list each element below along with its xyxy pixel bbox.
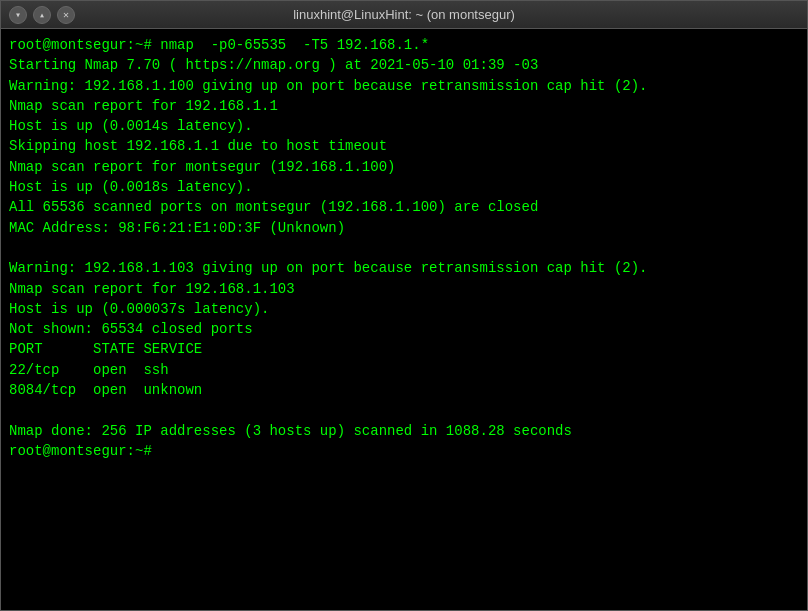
terminal-window: ▾ ▴ ✕ linuxhint@LinuxHint: ~ (on montseg…	[0, 0, 808, 611]
output-line: All 65536 scanned ports on montsegur (19…	[9, 197, 799, 217]
window-controls[interactable]: ▾ ▴ ✕	[9, 6, 75, 24]
output-line: 8084/tcp open unknown	[9, 380, 799, 400]
maximize-button[interactable]: ▴	[33, 6, 51, 24]
output-line: PORT STATE SERVICE	[9, 339, 799, 359]
output-line: Nmap done: 256 IP addresses (3 hosts up)…	[9, 421, 799, 441]
output-line: Host is up (0.0014s latency).	[9, 116, 799, 136]
command-line: root@montsegur:~#	[9, 441, 799, 461]
terminal-body[interactable]: root@montsegur:~# nmap -p0-65535 -T5 192…	[1, 29, 807, 610]
output-line: Nmap scan report for 192.168.1.103	[9, 279, 799, 299]
output-line: Nmap scan report for montsegur (192.168.…	[9, 157, 799, 177]
output-line: Host is up (0.000037s latency).	[9, 299, 799, 319]
output-line: Not shown: 65534 closed ports	[9, 319, 799, 339]
output-line: Warning: 192.168.1.100 giving up on port…	[9, 76, 799, 96]
output-line: Skipping host 192.168.1.1 due to host ti…	[9, 136, 799, 156]
output-line: MAC Address: 98:F6:21:E1:0D:3F (Unknown)	[9, 218, 799, 238]
minimize-button[interactable]: ▾	[9, 6, 27, 24]
blank-line	[9, 400, 799, 420]
window-title: linuxhint@LinuxHint: ~ (on montsegur)	[293, 7, 515, 22]
blank-line	[9, 238, 799, 258]
close-button[interactable]: ✕	[57, 6, 75, 24]
output-line: 22/tcp open ssh	[9, 360, 799, 380]
title-bar: ▾ ▴ ✕ linuxhint@LinuxHint: ~ (on montseg…	[1, 1, 807, 29]
output-line: Starting Nmap 7.70 ( https://nmap.org ) …	[9, 55, 799, 75]
output-line: Nmap scan report for 192.168.1.1	[9, 96, 799, 116]
command-line: root@montsegur:~# nmap -p0-65535 -T5 192…	[9, 35, 799, 55]
output-line: Host is up (0.0018s latency).	[9, 177, 799, 197]
output-line: Warning: 192.168.1.103 giving up on port…	[9, 258, 799, 278]
